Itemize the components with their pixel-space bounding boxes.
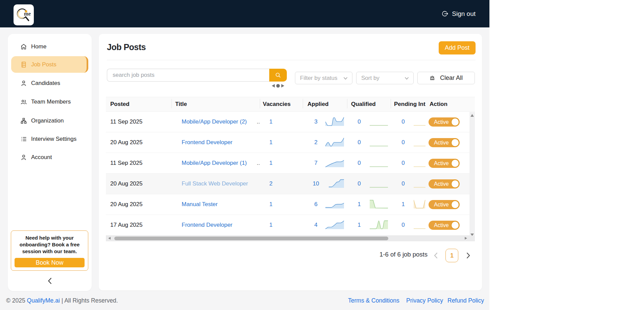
svg-text:me: me	[24, 11, 31, 17]
